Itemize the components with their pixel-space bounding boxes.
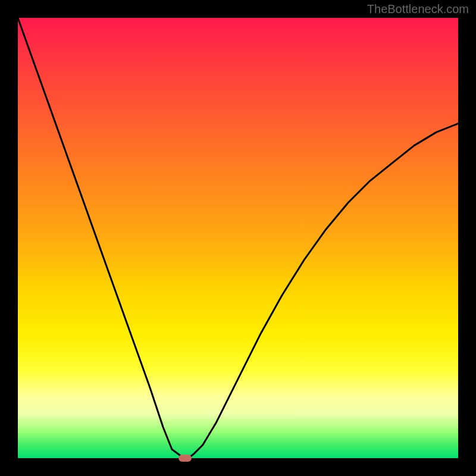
minimum-point-marker (178, 455, 192, 462)
watermark-text: TheBottleneck.com (367, 2, 469, 16)
chart-plot-area (18, 18, 458, 458)
bottleneck-curve (18, 18, 458, 458)
